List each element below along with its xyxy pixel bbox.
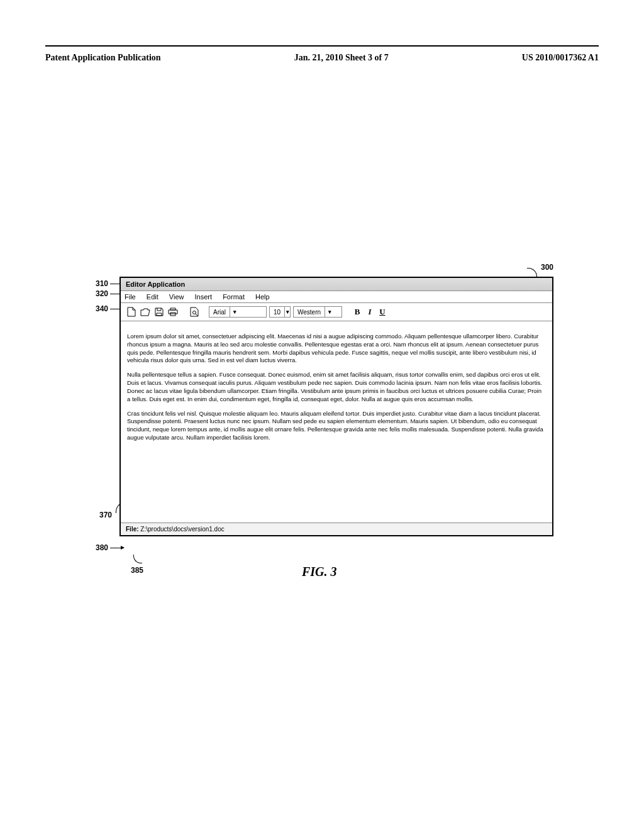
new-file-icon[interactable] bbox=[126, 306, 137, 318]
font-size-value: 10 bbox=[270, 309, 284, 316]
paragraph-2: Nulla pellentesque tellus a sapien. Fusc… bbox=[127, 371, 546, 403]
font-name-dropdown[interactable]: Arial ▾ bbox=[209, 306, 267, 318]
menu-view[interactable]: View bbox=[169, 293, 184, 301]
open-file-icon[interactable] bbox=[140, 306, 151, 318]
header-right: US 2010/0017362 A1 bbox=[522, 53, 599, 63]
file-label: File: bbox=[126, 526, 139, 533]
font-size-dropdown[interactable]: 10 ▾ bbox=[269, 306, 291, 318]
document-content[interactable]: Lorem ipsum dolor sit amet, consectetuer… bbox=[121, 321, 552, 523]
ref-300: 300 bbox=[541, 263, 553, 272]
svg-line-1 bbox=[196, 314, 197, 316]
figure-container: Editor Application File Edit View Insert… bbox=[119, 277, 553, 536]
menu-help[interactable]: Help bbox=[255, 293, 270, 301]
app-title: Editor Application bbox=[126, 280, 185, 288]
figure-caption: FIG. 3 bbox=[302, 565, 337, 579]
ref-370: 370 bbox=[99, 511, 112, 519]
file-path: Z:\products\docs\version1.doc bbox=[140, 526, 224, 533]
chevron-down-icon: ▾ bbox=[230, 307, 240, 317]
status-bar: File: Z:\products\docs\version1.doc bbox=[121, 523, 552, 535]
paragraph-1: Lorem ipsum dolor sit amet, consectetuer… bbox=[127, 333, 546, 365]
menu-edit[interactable]: Edit bbox=[147, 293, 158, 301]
find-icon[interactable] bbox=[189, 306, 200, 318]
menu-file[interactable]: File bbox=[125, 293, 136, 301]
svg-point-0 bbox=[193, 311, 196, 314]
charset-dropdown[interactable]: Western ▾ bbox=[293, 306, 342, 318]
title-bar: Editor Application bbox=[121, 278, 552, 291]
chevron-down-icon: ▾ bbox=[325, 307, 335, 317]
bold-button[interactable]: B bbox=[352, 307, 362, 317]
editor-window: Editor Application File Edit View Insert… bbox=[119, 277, 553, 536]
print-icon[interactable] bbox=[167, 306, 179, 318]
arrow-icon bbox=[110, 548, 124, 548]
menu-bar: File Edit View Insert Format Help bbox=[121, 291, 552, 303]
toolbar: Arial ▾ 10 ▾ Western ▾ B I U bbox=[121, 303, 552, 321]
header-left: Patent Application Publication bbox=[45, 53, 161, 63]
menu-format[interactable]: Format bbox=[223, 293, 245, 301]
header-rule bbox=[45, 45, 599, 47]
ref-385: 385 bbox=[131, 566, 143, 575]
charset-value: Western bbox=[294, 309, 325, 316]
chevron-down-icon: ▾ bbox=[284, 307, 290, 317]
italic-button[interactable]: I bbox=[365, 307, 375, 317]
paragraph-3: Cras tincidunt felis vel nisl. Quisque m… bbox=[127, 410, 546, 442]
save-icon[interactable] bbox=[153, 306, 165, 318]
underline-button[interactable]: U bbox=[377, 307, 387, 317]
header-center: Jan. 21, 2010 Sheet 3 of 7 bbox=[294, 53, 389, 63]
page-header: Patent Application Publication Jan. 21, … bbox=[45, 52, 599, 67]
menu-insert[interactable]: Insert bbox=[195, 293, 213, 301]
font-name-value: Arial bbox=[209, 309, 230, 316]
ref-380: 380 bbox=[96, 543, 124, 552]
